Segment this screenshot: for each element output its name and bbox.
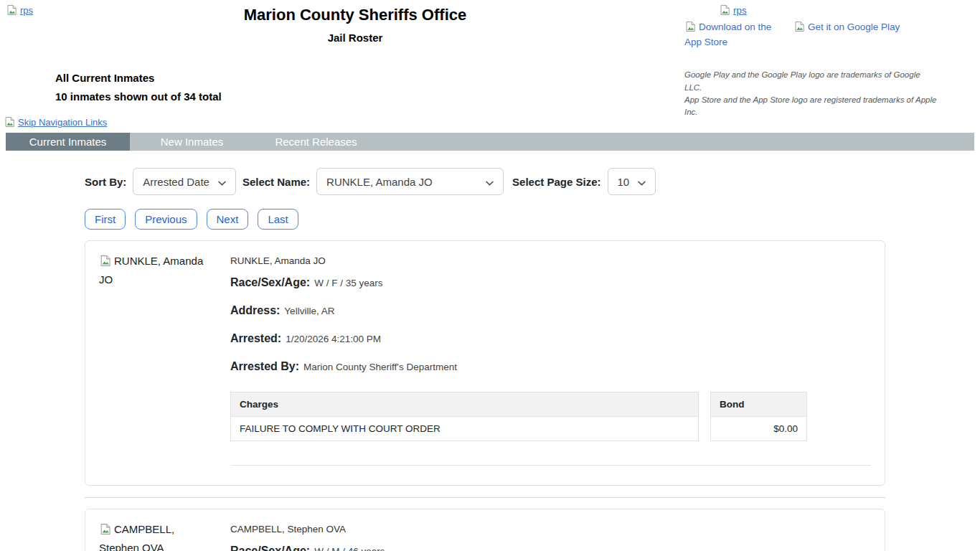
- bond-column-header: Bond: [711, 392, 807, 417]
- broken-image-icon: [4, 116, 16, 130]
- tab-recent-releases[interactable]: Recent Releases: [254, 133, 378, 151]
- bond-row: $0.00: [711, 417, 807, 441]
- page-subtitle: Jail Roster: [0, 32, 710, 44]
- race-sex-age-row: Race/Sex/Age:W / F / 35 years: [230, 276, 871, 289]
- sort-by-value: Arrested Date: [143, 176, 209, 188]
- inmate-photo-placeholder: RUNKLE, Amanda JO: [99, 253, 207, 485]
- inmate-details: RUNKLE, Amanda JO Race/Sex/Age:W / F / 3…: [230, 253, 871, 485]
- select-name-value: RUNKLE, Amanda JO: [326, 176, 433, 188]
- race-sex-age-value: W / F / 35 years: [314, 278, 382, 288]
- skip-navigation-label: Skip Navigation Links: [18, 117, 107, 128]
- previous-page-button[interactable]: Previous: [135, 209, 197, 230]
- roster-summary: All Current Inmates 10 inmates shown out…: [55, 72, 222, 103]
- next-page-button[interactable]: Next: [207, 209, 249, 230]
- arrested-row: Arrested:1/20/2026 4:21:00 PM: [230, 332, 871, 345]
- tab-bar: Current Inmates New Inmates Recent Relea…: [6, 133, 974, 151]
- arrested-by-row: Arrested By:Marion County Sheriff's Depa…: [230, 360, 871, 373]
- tab-current-inmates[interactable]: Current Inmates: [6, 133, 130, 151]
- rps-badge-alt-text: rps: [733, 5, 747, 16]
- chevron-down-icon: [486, 176, 494, 188]
- sort-by-select[interactable]: Arrested Date: [133, 168, 236, 195]
- chevron-down-icon: [218, 176, 226, 188]
- select-name-select[interactable]: RUNKLE, Amanda JO: [316, 168, 504, 195]
- page-title: Marion County Sheriffs Office: [0, 6, 710, 24]
- app-badges-block: rps Download on the App Store Get it on …: [684, 4, 937, 118]
- list-controls: Sort By: Arrested Date Select Name: RUNK…: [85, 168, 980, 195]
- skip-navigation-link[interactable]: Skip Navigation Links: [4, 117, 107, 128]
- bond-table: Bond $0.00: [710, 392, 807, 441]
- rps-badge-link[interactable]: rps: [719, 5, 747, 16]
- chevron-down-icon: [638, 176, 646, 188]
- race-sex-age-label: Race/Sex/Age:: [230, 276, 310, 288]
- roster-summary-heading: All Current Inmates: [55, 72, 222, 84]
- inmate-photo-placeholder: CAMPBELL, Stephen OVA: [99, 521, 207, 551]
- page-size-value: 10: [618, 176, 630, 188]
- pagination-bar: First Previous Next Last: [85, 209, 980, 230]
- inmate-name: CAMPBELL, Stephen OVA: [230, 524, 871, 534]
- page-size-label: Select Page Size:: [512, 176, 600, 188]
- broken-image-icon: [684, 21, 697, 36]
- arrested-by-value: Marion County Sheriff's Department: [303, 362, 457, 372]
- page-header: rps Marion County Sheriffs Office Jail R…: [0, 0, 980, 116]
- arrested-value: 1/20/2026 4:21:00 PM: [286, 334, 381, 344]
- charges-bond-tables: Charges FAILURE TO COMPLY WITH COURT ORD…: [230, 392, 871, 441]
- select-name-label: Select Name:: [242, 176, 310, 188]
- charge-row: FAILURE TO COMPLY WITH COURT ORDER: [231, 417, 699, 441]
- bond-cell: $0.00: [711, 417, 807, 441]
- google-play-alt-text: Get it on Google Play: [808, 22, 900, 32]
- race-sex-age-label: Race/Sex/Age:: [230, 545, 310, 551]
- app-store-link[interactable]: Download on the App Store: [684, 21, 785, 49]
- broken-image-icon: [99, 255, 112, 271]
- broken-image-icon: [793, 21, 806, 36]
- tab-new-inmates[interactable]: New Inmates: [130, 133, 254, 151]
- card-inner-divider: [230, 465, 871, 466]
- roster-summary-count: 10 inmates shown out of 34 total: [55, 90, 222, 103]
- charge-cell: FAILURE TO COMPLY WITH COURT ORDER: [231, 417, 699, 441]
- app-store-alt-text: Download on the App Store: [684, 22, 771, 47]
- inmate-card: CAMPBELL, Stephen OVA CAMPBELL, Stephen …: [85, 509, 885, 551]
- trademark-line-google: Google Play and the Google Play logo are…: [684, 69, 937, 94]
- google-play-link[interactable]: Get it on Google Play: [793, 21, 900, 36]
- title-block: Marion County Sheriffs Office Jail Roste…: [0, 6, 710, 44]
- last-page-button[interactable]: Last: [258, 209, 298, 230]
- charges-table: Charges FAILURE TO COMPLY WITH COURT ORD…: [230, 392, 699, 441]
- broken-image-icon: [719, 4, 731, 18]
- race-sex-age-value: W / M / 46 years: [314, 546, 385, 551]
- arrested-label: Arrested:: [230, 332, 281, 344]
- address-row: Address:Yellville, AR: [230, 304, 871, 317]
- trademark-notice: Google Play and the Google Play logo are…: [684, 69, 937, 118]
- charges-column-header: Charges: [231, 392, 699, 417]
- inmate-name: RUNKLE, Amanda JO: [230, 255, 871, 266]
- card-separator: [85, 497, 885, 498]
- inmate-photo-alt-text: RUNKLE, Amanda JO: [99, 255, 203, 286]
- first-page-button[interactable]: First: [85, 209, 126, 230]
- inmate-card: RUNKLE, Amanda JO RUNKLE, Amanda JO Race…: [85, 240, 885, 486]
- arrested-by-label: Arrested By:: [230, 360, 299, 372]
- trademark-line-apple: App Store and the App Store logo are reg…: [684, 94, 937, 119]
- address-label: Address:: [230, 304, 280, 316]
- sort-by-label: Sort By:: [85, 176, 126, 188]
- race-sex-age-row: Race/Sex/Age:W / M / 46 years: [230, 545, 871, 551]
- page-size-select[interactable]: 10: [608, 168, 656, 195]
- address-value: Yellville, AR: [284, 306, 334, 316]
- inmate-details: CAMPBELL, Stephen OVA Race/Sex/Age:W / M…: [230, 521, 871, 551]
- broken-image-icon: [99, 523, 112, 540]
